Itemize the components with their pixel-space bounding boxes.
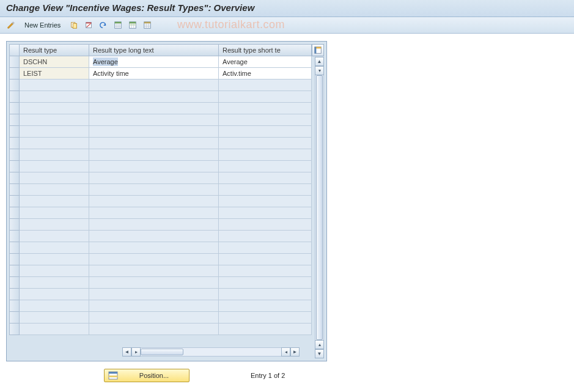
delete-icon[interactable] — [83, 19, 95, 31]
row-selector-header[interactable] — [9, 44, 20, 56]
cell-empty[interactable] — [89, 161, 219, 172]
cell-empty[interactable] — [89, 312, 219, 324]
cell-code[interactable]: DSCHN — [20, 56, 89, 68]
cell-long[interactable]: Activity time — [89, 68, 219, 80]
column-header-long-text[interactable]: Result type long text — [89, 44, 219, 56]
row-selector[interactable] — [9, 254, 20, 265]
row-selector[interactable] — [9, 68, 20, 80]
cell-empty[interactable] — [89, 149, 219, 161]
cell-empty[interactable] — [20, 126, 89, 138]
row-selector[interactable] — [9, 300, 20, 312]
cell-empty[interactable] — [219, 196, 312, 207]
cell-empty[interactable] — [89, 91, 219, 103]
cell-empty[interactable] — [20, 277, 89, 289]
cell-empty[interactable] — [20, 80, 89, 91]
cell-code[interactable]: LEIST — [20, 68, 89, 80]
cell-empty[interactable] — [89, 126, 219, 138]
cell-empty[interactable] — [20, 231, 89, 242]
cell-empty[interactable] — [219, 91, 312, 103]
row-selector[interactable] — [9, 114, 20, 126]
row-selector[interactable] — [9, 277, 20, 289]
cell-empty[interactable] — [20, 138, 89, 149]
cell-empty[interactable] — [219, 149, 312, 161]
cell-empty[interactable] — [20, 149, 89, 161]
cell-empty[interactable] — [20, 289, 89, 300]
cell-short[interactable]: Activ.time — [219, 68, 312, 80]
cell-empty[interactable] — [20, 300, 89, 312]
cell-empty[interactable] — [89, 184, 219, 196]
cell-empty[interactable] — [219, 114, 312, 126]
cell-empty[interactable] — [219, 103, 312, 114]
row-selector[interactable] — [9, 149, 20, 161]
cell-empty[interactable] — [219, 289, 312, 300]
cell-empty[interactable] — [89, 300, 219, 312]
cell-empty[interactable] — [89, 172, 219, 184]
cell-empty[interactable] — [219, 265, 312, 277]
row-selector[interactable] — [9, 103, 20, 114]
cell-empty[interactable] — [219, 300, 312, 312]
cell-empty[interactable] — [219, 324, 312, 335]
row-selector[interactable] — [9, 184, 20, 196]
select-block-icon[interactable] — [127, 19, 139, 31]
cell-empty[interactable] — [219, 254, 312, 265]
cell-empty[interactable] — [89, 277, 219, 289]
row-selector[interactable] — [9, 289, 20, 300]
row-selector[interactable] — [9, 138, 20, 149]
position-button[interactable]: Position... — [104, 369, 189, 382]
cell-empty[interactable] — [219, 80, 312, 91]
row-selector[interactable] — [9, 231, 20, 242]
cell-empty[interactable] — [20, 184, 89, 196]
hscroll-page-left-icon[interactable]: ▸ — [131, 347, 141, 357]
hscroll-page-right-icon[interactable]: ◂ — [281, 347, 290, 357]
cell-empty[interactable] — [219, 161, 312, 172]
cell-empty[interactable] — [20, 254, 89, 265]
column-header-short-text[interactable]: Result type short te — [219, 44, 312, 56]
cell-empty[interactable] — [219, 138, 312, 149]
cell-empty[interactable] — [89, 196, 219, 207]
cell-empty[interactable] — [20, 219, 89, 231]
cell-long[interactable]: Average — [89, 56, 219, 68]
new-entries-button[interactable]: New Entries — [20, 19, 65, 31]
copy-as-icon[interactable] — [68, 19, 80, 31]
cell-empty[interactable] — [219, 219, 312, 231]
cell-empty[interactable] — [20, 196, 89, 207]
vscroll-track[interactable] — [315, 75, 324, 340]
cell-empty[interactable] — [89, 242, 219, 254]
cell-empty[interactable] — [219, 184, 312, 196]
cell-empty[interactable] — [20, 312, 89, 324]
cell-empty[interactable] — [89, 324, 219, 335]
cell-empty[interactable] — [89, 138, 219, 149]
hscroll-step-right-icon[interactable]: ► — [290, 347, 300, 357]
cell-empty[interactable] — [219, 277, 312, 289]
row-selector[interactable] — [9, 312, 20, 324]
cell-empty[interactable] — [20, 265, 89, 277]
cell-empty[interactable] — [89, 103, 219, 114]
deselect-all-icon[interactable] — [141, 19, 153, 31]
cell-empty[interactable] — [219, 231, 312, 242]
column-header-result-type[interactable]: Result type — [20, 44, 89, 56]
cell-empty[interactable] — [219, 172, 312, 184]
cell-empty[interactable] — [20, 324, 89, 335]
undo-icon[interactable] — [97, 19, 109, 31]
hscroll-step-left-icon[interactable]: ◄ — [122, 347, 131, 357]
select-all-icon[interactable] — [112, 19, 124, 31]
cell-empty[interactable] — [89, 289, 219, 300]
cell-empty[interactable] — [89, 254, 219, 265]
cell-empty[interactable] — [219, 207, 312, 219]
vscroll-up-icon[interactable]: ▲ — [315, 57, 324, 66]
cell-empty[interactable] — [20, 207, 89, 219]
cell-empty[interactable] — [20, 103, 89, 114]
cell-short[interactable]: Average — [219, 56, 312, 68]
vscroll-pgup-icon[interactable]: ▾ — [315, 66, 324, 75]
cell-empty[interactable] — [219, 312, 312, 324]
row-selector[interactable] — [9, 324, 20, 335]
cell-empty[interactable] — [89, 231, 219, 242]
cell-empty[interactable] — [89, 265, 219, 277]
cell-empty[interactable] — [219, 242, 312, 254]
cell-empty[interactable] — [89, 207, 219, 219]
table-settings-button[interactable] — [312, 44, 324, 56]
row-selector[interactable] — [9, 126, 20, 138]
row-selector[interactable] — [9, 56, 20, 68]
vscroll-pgdn-icon[interactable]: ▴ — [315, 340, 324, 349]
cell-empty[interactable] — [219, 126, 312, 138]
